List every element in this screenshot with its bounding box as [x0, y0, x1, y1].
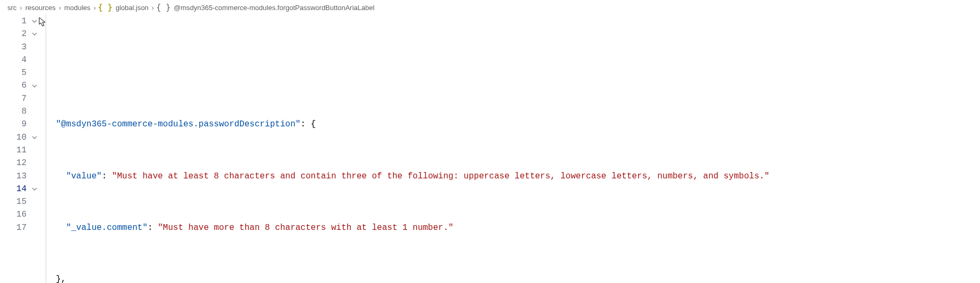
- line-number[interactable]: 16: [0, 208, 28, 221]
- fold-chevron-icon[interactable]: [28, 183, 41, 195]
- fold-chevron-icon[interactable]: [28, 28, 41, 40]
- code-line[interactable]: },: [41, 273, 980, 283]
- line-number[interactable]: 2: [0, 28, 28, 40]
- code-editor[interactable]: 1 2 3 4 5 6 7 8 9 10 11 12 13 14 15 16 1…: [0, 15, 980, 283]
- breadcrumb-segment-resources[interactable]: resources: [24, 4, 57, 12]
- fold-chevron-icon[interactable]: [28, 79, 41, 92]
- line-number[interactable]: 14: [0, 183, 28, 195]
- line-number[interactable]: 10: [0, 131, 28, 144]
- chevron-right-icon: ›: [152, 4, 154, 12]
- line-number[interactable]: 7: [0, 92, 28, 105]
- code-content[interactable]: "@msdyn365-commerce-modules.passwordDesc…: [41, 15, 980, 283]
- line-number[interactable]: 1: [0, 15, 28, 28]
- line-number[interactable]: 4: [0, 54, 28, 66]
- line-number[interactable]: 12: [0, 157, 28, 169]
- json-file-icon: { }: [98, 3, 113, 12]
- breadcrumb-segment-symbol[interactable]: @msdyn365-commerce-modules.forgotPasswor…: [173, 4, 375, 12]
- line-number[interactable]: 11: [0, 144, 28, 157]
- code-line[interactable]: "_value.comment": "Must have more than 8…: [41, 221, 980, 234]
- chevron-right-icon: ›: [20, 4, 22, 12]
- breadcrumb[interactable]: src › resources › modules › { } global.j…: [0, 0, 980, 15]
- breadcrumb-segment-src[interactable]: src: [6, 4, 18, 12]
- fold-gutter[interactable]: [28, 15, 41, 283]
- line-number[interactable]: 5: [0, 66, 28, 79]
- fold-chevron-icon[interactable]: [28, 131, 41, 144]
- code-line[interactable]: [41, 66, 980, 79]
- code-line[interactable]: "value": "Must have at least 8 character…: [41, 170, 980, 183]
- line-number-gutter[interactable]: 1 2 3 4 5 6 7 8 9 10 11 12 13 14 15 16 1…: [0, 15, 28, 283]
- line-number[interactable]: 13: [0, 170, 28, 183]
- line-number[interactable]: 8: [0, 105, 28, 118]
- line-number[interactable]: 6: [0, 79, 28, 92]
- breadcrumb-segment-modules[interactable]: modules: [63, 4, 91, 12]
- chevron-right-icon: ›: [93, 4, 96, 12]
- chevron-right-icon: ›: [59, 4, 61, 12]
- line-number[interactable]: 17: [0, 221, 28, 234]
- line-number[interactable]: 9: [0, 118, 28, 131]
- line-number[interactable]: 15: [0, 195, 28, 208]
- fold-chevron-icon[interactable]: [28, 15, 41, 28]
- code-line[interactable]: "@msdyn365-commerce-modules.passwordDesc…: [41, 118, 980, 131]
- json-symbol-icon: { }: [156, 3, 170, 12]
- breadcrumb-segment-file[interactable]: global.json: [115, 4, 150, 12]
- line-number[interactable]: 3: [0, 41, 28, 54]
